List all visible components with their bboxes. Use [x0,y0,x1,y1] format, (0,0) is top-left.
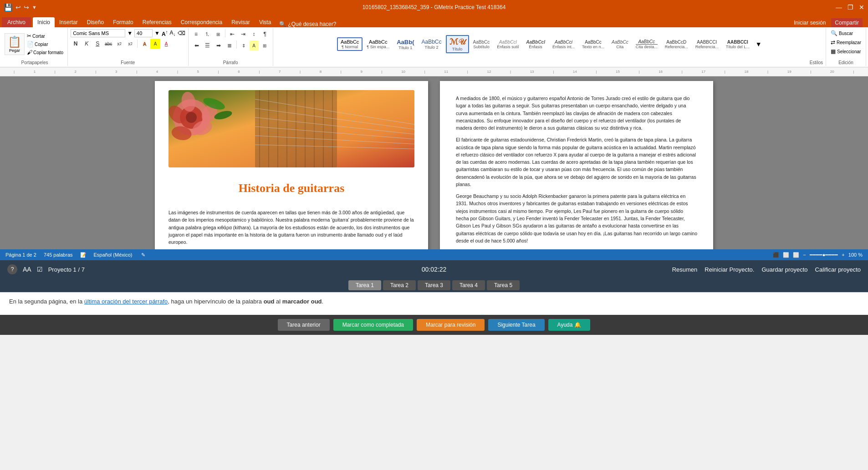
close-btn[interactable]: ✕ [859,4,864,11]
window-controls: — ❐ ✕ [836,4,864,11]
style-normal[interactable]: AaBbCc ¶ Normal [337,37,363,51]
style-titulo[interactable]: ℳ𝒰 Título [446,35,469,53]
style-cita-desta[interactable]: AaBbCc Cita desta... [633,38,661,51]
sort-btn[interactable]: ↕ [249,29,259,39]
text-highlight-btn[interactable]: A [150,39,160,49]
style-subtitulo[interactable]: AaBbCc Subtítulo [470,38,493,51]
bullets-btn[interactable]: ≡ [191,29,201,39]
align-center-btn[interactable]: ☰ [203,40,213,51]
font-size-input[interactable] [134,29,153,37]
task-tab-4[interactable]: Tarea 4 [452,280,485,290]
show-para-btn[interactable]: ¶ [260,29,270,39]
bold-btn[interactable]: N [71,39,81,49]
borders-btn[interactable]: ⊞ [260,40,270,51]
align-left-btn[interactable]: ⬅ [192,40,202,51]
style-enfasis-int[interactable]: AaBbCci Énfasis int... [549,38,578,51]
guardar-link[interactable]: Guardar proyecto [761,266,807,273]
marcar-completada-btn[interactable]: Marcar como completada [333,319,413,331]
strikethrough-btn[interactable]: abc [103,39,113,49]
search-tab[interactable]: 🔍 ¿Qué desea hacer? [279,21,336,27]
font-size-increase-btn[interactable]: A↑ [162,30,168,37]
underline-btn[interactable]: S [92,39,102,49]
tab-archivo[interactable]: Archivo [2,17,31,27]
style-enfasis-sutil[interactable]: AaBbCcl Énfasis sutil [494,38,522,51]
subscript-btn[interactable]: x2 [114,39,124,49]
view-web-icon[interactable]: ⬜ [793,252,799,258]
text-effects-btn[interactable]: A [139,39,149,49]
zoom-slider[interactable]: ━━━━●━━━━ [810,252,838,258]
style-titulo1[interactable]: AaBb( Título 1 [393,37,417,51]
style-titulo-del[interactable]: AaBBCCI Título del L... [723,38,753,51]
task-tab-3[interactable]: Tarea 3 [418,280,450,290]
login-label[interactable]: Iniciar sesión [794,20,826,26]
shading-btn[interactable]: A [250,40,259,51]
increase-indent-btn[interactable]: ⇥ [238,29,248,39]
tab-vista[interactable]: Vista [255,17,276,27]
tarea-anterior-btn[interactable]: Tarea anterior [278,319,330,331]
font-name-input[interactable] [71,29,125,37]
redo-icon[interactable]: ↪ [24,4,29,11]
copy-format-btn[interactable]: 🖌 Copiar formato [26,49,65,56]
help-icon[interactable]: ? [7,264,17,274]
track-changes-icon[interactable]: ✎ [141,252,145,258]
task-tab-5[interactable]: Tarea 5 [487,280,520,290]
paste-btn[interactable]: 📋 Pegar [5,33,25,55]
resumen-link[interactable]: Resumen [672,266,698,273]
customize-icon[interactable]: ▼ [32,5,37,10]
zoom-out-btn[interactable]: − [803,252,806,258]
styles-expand-btn[interactable]: ▼ [756,40,762,48]
reiniciar-link[interactable]: Reiniciar Proyecto. [705,266,754,273]
font-size-decrease-btn[interactable]: A↓ [170,30,176,37]
style-referencia[interactable]: AaBbCcD Referencia... [662,38,691,51]
align-right-btn[interactable]: ➡ [214,40,224,51]
tab-revisar[interactable]: Revisar [227,17,255,27]
instruction-link[interactable]: última oración del tercer párrafo [84,298,168,305]
task-tab-1[interactable]: Tarea 1 [348,280,381,290]
zoom-in-btn[interactable]: + [842,252,844,258]
view-normal-icon[interactable]: ⬛ [773,252,779,258]
task-tab-2[interactable]: Tarea 2 [383,280,416,290]
italic-btn[interactable]: K [82,39,92,49]
cut-btn[interactable]: ✂ Cortar [26,32,65,40]
numbering-btn[interactable]: ⒈ [202,29,212,39]
search-btn[interactable]: 🔍 Buscar [829,29,855,37]
select-btn[interactable]: ▦ Seleccionar [829,47,863,56]
restore-btn[interactable]: ❐ [848,4,853,11]
copy-btn[interactable]: 📄 Copiar [26,40,65,48]
style-enfasis[interactable]: AaBbCcl Énfasis [523,38,548,51]
superscript-btn[interactable]: x2 [125,39,135,49]
font-name-dropdown-icon[interactable]: ▼ [127,30,133,36]
justify-btn[interactable]: ≣ [225,40,235,51]
share-btn[interactable]: Compartir [831,18,863,27]
tab-diseno[interactable]: Diseño [82,17,108,27]
line-spacing-btn[interactable]: ⇕ [239,40,249,51]
font-size-dropdown-icon[interactable]: ▼ [154,30,160,36]
save-icon[interactable]: 💾 [4,3,13,12]
checklist-icon[interactable]: ☑ [37,266,43,273]
language-indicator[interactable]: 📝 [80,252,87,258]
clear-format-btn[interactable]: ⌫ [178,30,185,36]
style-titulo2[interactable]: AaBbCc Título 2 [419,37,445,51]
search-placeholder: ¿Qué desea hacer? [288,21,336,27]
minimize-btn[interactable]: — [836,4,842,11]
multilevel-btn[interactable]: ⊞ [213,29,223,39]
siguiente-tarea-btn[interactable]: Siguiente Tarea [488,319,544,331]
tab-inicio[interactable]: Inicio [33,17,55,27]
tab-referencias[interactable]: Referencias [138,17,176,27]
font-color-btn[interactable]: A [161,39,171,49]
style-referencia2[interactable]: AABBCCI Referencia... [692,38,722,51]
replace-btn[interactable]: ⇄ Reemplazar [829,38,863,46]
tab-correspondencia[interactable]: Correspondencia [176,17,227,27]
decrease-indent-btn[interactable]: ⇤ [227,29,237,39]
style-sin-espanol[interactable]: AaBbCc ¶ Sin espa... [363,38,393,51]
view-layout-icon[interactable]: ⬜ [783,252,789,258]
undo-icon[interactable]: ↩ [15,4,21,11]
style-cita[interactable]: AaBbCc Cita [608,38,632,51]
ayuda-btn[interactable]: Ayuda 🔔 [548,319,591,331]
style-texto-n[interactable]: AaBbCc Texto en n... [579,38,608,51]
font-size-icon[interactable]: AA [23,266,31,273]
marcar-revision-btn[interactable]: Marcar para revisión [417,319,485,331]
tab-formato[interactable]: Formato [108,17,138,27]
tab-insertar[interactable]: Insertar [55,17,82,27]
calificar-link[interactable]: Calificar proyecto [815,266,861,273]
